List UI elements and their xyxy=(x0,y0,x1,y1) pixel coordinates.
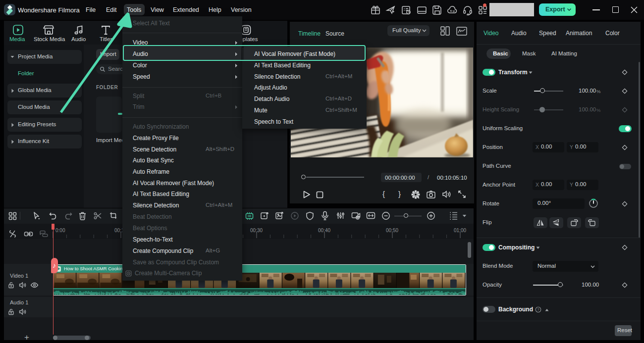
svg-text:?: ? xyxy=(537,307,539,312)
